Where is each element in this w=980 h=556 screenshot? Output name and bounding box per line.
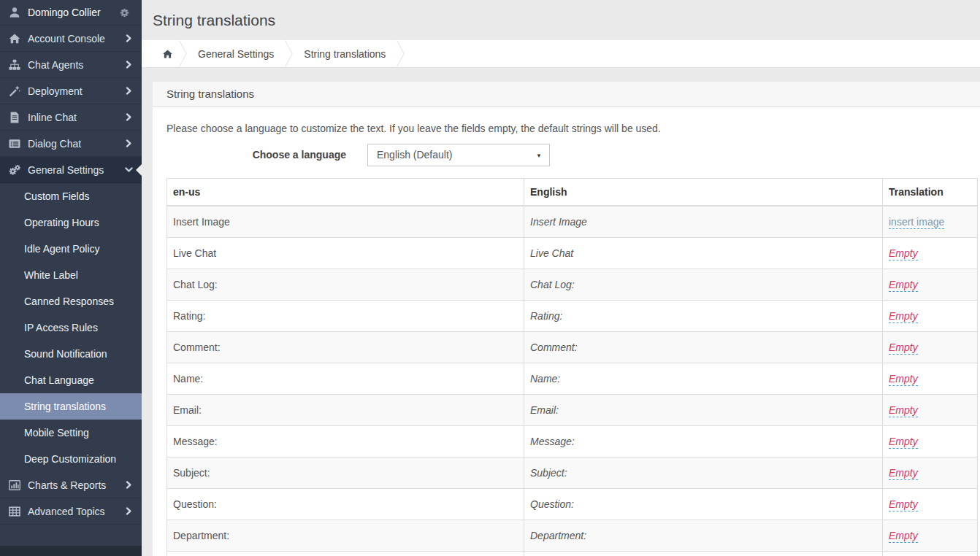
empty-translation-link[interactable]: Empty: [889, 404, 918, 417]
cell-empty: [883, 552, 978, 556]
cell-english-string: Name:: [524, 363, 883, 395]
sidebar-item-account-console[interactable]: Account Console: [0, 26, 142, 52]
sidebar-item-string-translations[interactable]: String translations: [0, 393, 142, 420]
language-select[interactable]: English (Default) ▼: [367, 144, 550, 166]
cell-english-string: Email:: [524, 395, 883, 426]
user-name: Domingo Collier: [28, 7, 119, 18]
user-settings-gear-icon[interactable]: [119, 7, 130, 18]
translations-table: en-usEnglishTranslationInsert ImageInser…: [166, 178, 978, 556]
breadcrumb-separator-icon: [179, 40, 187, 67]
cell-translation: Empty: [883, 520, 978, 552]
instruction-text: Please choose a language to customize th…: [166, 122, 978, 136]
sidebar-item-chat-language[interactable]: Chat Language: [0, 367, 142, 393]
empty-translation-link[interactable]: Empty: [889, 310, 918, 323]
empty-translation-link[interactable]: Empty: [889, 373, 918, 386]
active-notch: [136, 164, 142, 176]
column-header-en-us: en-us: [167, 179, 524, 206]
sidebar-subitem-label: String translations: [24, 401, 106, 412]
cell-source-string: Chat Log:: [167, 269, 524, 301]
cell-english-string: Message:: [524, 426, 883, 457]
sidebar-item-charts-reports[interactable]: Charts & Reports: [0, 472, 142, 498]
cell-english-string: Department:: [524, 520, 883, 552]
breadcrumb-item-general-settings[interactable]: General Settings: [187, 48, 285, 60]
empty-translation-link[interactable]: Empty: [889, 498, 918, 511]
chevron-right-icon: [125, 87, 133, 95]
gears-icon: [9, 164, 22, 176]
cell-source-string: Email:: [167, 395, 524, 426]
sidebar-item-canned-responses[interactable]: Canned Responses: [0, 288, 142, 314]
sidebar-item-general-settings[interactable]: General Settings: [0, 157, 142, 183]
sidebar-item-advanced-topics[interactable]: Advanced Topics: [0, 498, 142, 525]
cell-translation: Empty: [883, 395, 978, 426]
user-panel[interactable]: Domingo Collier: [0, 0, 142, 26]
sitemap-icon: [9, 59, 22, 71]
cell-source-string: Message:: [167, 426, 524, 457]
sidebar-item-idle-agent-policy[interactable]: Idle Agent Policy: [0, 236, 142, 262]
sidebar-item-deep-customization[interactable]: Deep Customization: [0, 446, 142, 472]
sidebar-subitem-label: Deep Customization: [24, 453, 116, 465]
dropdown-arrow-icon: ▼: [536, 152, 542, 158]
page-title: String translations: [153, 12, 275, 29]
sidebar-item-operating-hours[interactable]: Operating Hours: [0, 209, 142, 236]
sidebar-item-custom-fields[interactable]: Custom Fields: [0, 183, 142, 209]
list-alt-icon: [9, 138, 22, 150]
empty-translation-link[interactable]: Empty: [889, 436, 918, 449]
sidebar-item-deployment[interactable]: Deployment: [0, 78, 142, 104]
sidebar: Domingo Collier Account ConsoleChat Agen…: [0, 0, 142, 556]
sidebar-filler: [0, 525, 142, 546]
sidebar-item-mobile-setting[interactable]: Mobile Setting: [0, 420, 142, 446]
home-icon[interactable]: [162, 49, 173, 59]
empty-translation-link[interactable]: Empty: [889, 467, 918, 480]
cell-translation: Empty: [883, 332, 978, 363]
sidebar-item-ip-access-rules[interactable]: IP Access Rules: [0, 314, 142, 341]
cell-translation: Empty: [883, 269, 978, 301]
cell-empty: [167, 552, 524, 556]
empty-translation-link[interactable]: Empty: [889, 530, 918, 543]
sidebar-item-sound-notification[interactable]: Sound Notification: [0, 341, 142, 367]
sidebar-item-dialog-chat[interactable]: Dialog Chat: [0, 131, 142, 157]
empty-translation-link[interactable]: Empty: [889, 247, 918, 260]
breadcrumb-separator-icon: [285, 40, 293, 67]
language-select-value: English (Default): [377, 144, 453, 166]
bar-chart-icon: [9, 479, 22, 491]
sidebar-subitem-label: IP Access Rules: [24, 322, 98, 333]
empty-translation-link[interactable]: Empty: [889, 279, 918, 292]
table-row: Insert ImageInsert Imageinsert image: [167, 206, 978, 238]
translation-link[interactable]: insert image: [889, 216, 944, 229]
cell-empty: [524, 552, 883, 556]
chevron-right-icon: [125, 61, 133, 69]
sidebar-subitem-label: Operating Hours: [24, 217, 99, 228]
sidebar-subitem-label: White Label: [24, 269, 78, 281]
sidebar-item-white-label[interactable]: White Label: [0, 262, 142, 288]
empty-translation-link[interactable]: Empty: [889, 341, 918, 355]
sidebar-item-inline-chat[interactable]: Inline Chat: [0, 104, 142, 131]
main-content: String translations General SettingsStri…: [142, 0, 980, 556]
chevron-right-icon: [125, 139, 133, 147]
sidebar-item-chat-agents[interactable]: Chat Agents: [0, 52, 142, 78]
panel-title: String translations: [153, 82, 980, 107]
home-icon: [9, 33, 22, 45]
chevron-right-icon: [125, 481, 133, 489]
breadcrumb-item-string-translations[interactable]: String translations: [293, 48, 397, 60]
sidebar-subitem-label: Sound Notification: [24, 348, 107, 360]
sidebar-item-label: Account Console: [28, 33, 125, 45]
cell-english-string: Chat Log:: [524, 269, 883, 301]
chevron-right-icon: [125, 507, 133, 515]
content-header: String translations: [142, 0, 980, 40]
cell-english-string: Insert Image: [524, 206, 883, 238]
table-header-row: en-usEnglishTranslation: [167, 179, 978, 206]
sidebar-item-label: General Settings: [28, 164, 125, 176]
table-icon: [9, 506, 22, 517]
cell-source-string: Insert Image: [167, 206, 524, 238]
submenu-general-settings: Custom FieldsOperating HoursIdle Agent P…: [0, 183, 142, 472]
cell-source-string: Question:: [167, 489, 524, 520]
sidebar-item-label: Charts & Reports: [28, 479, 125, 491]
cell-translation: Empty: [883, 363, 978, 395]
cell-translation: Empty: [883, 301, 978, 332]
sidebar-item-label: Deployment: [28, 85, 125, 97]
sidebar-item-label: Inline Chat: [28, 112, 125, 123]
breadcrumb: General SettingsString translations: [142, 40, 980, 68]
column-header-translation: Translation: [883, 179, 978, 206]
table-row: Live ChatLive ChatEmpty: [167, 238, 978, 269]
cell-source-string: Live Chat: [167, 238, 524, 269]
